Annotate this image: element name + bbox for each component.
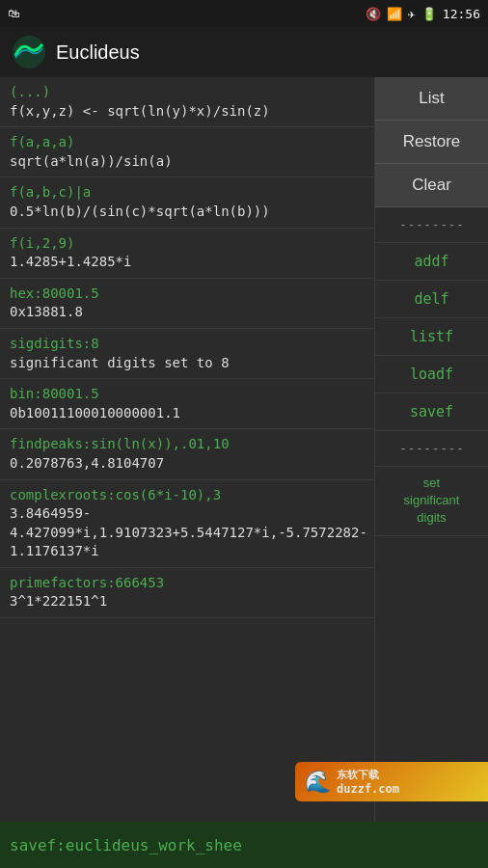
history-cmd: f(a,a,a) xyxy=(10,133,365,152)
history-cmd: hex:80001.5 xyxy=(10,285,365,304)
bottom-bar xyxy=(0,822,488,868)
wifi-icon: 📶 xyxy=(387,7,402,21)
history-panel[interactable]: (...) f(x,y,z) <- sqrt(ln(y)*x)/sin(z) f… xyxy=(0,77,374,822)
history-cmd: f(i,2,9) xyxy=(10,234,365,254)
history-result: 1.4285+1.4285*i xyxy=(10,253,365,272)
list-item: findpeaks:sin(ln(x)),.01,10 0.2078763,4.… xyxy=(0,429,374,479)
history-result: 3.8464959-4.427099*i,1.9107323+5.5447127… xyxy=(10,504,365,561)
list-item: hex:80001.5 0x13881.8 xyxy=(0,279,374,329)
addf-button[interactable]: addf xyxy=(375,243,488,281)
status-bar: 🛍 🔇 📶 ✈ 🔋 12:56 xyxy=(0,0,488,27)
sidebar-divider-1: -------- xyxy=(375,207,488,243)
sidebar: List Restore Clear -------- addf delf li… xyxy=(374,77,488,822)
history-cmd: sigdigits:8 xyxy=(10,335,365,354)
airplane-icon: ✈ xyxy=(408,7,416,21)
history-cmd: findpeaks:sin(ln(x)),.01,10 xyxy=(10,435,365,454)
history-cmd: f(a,b,c)|a xyxy=(10,183,365,203)
mute-icon: 🔇 xyxy=(366,7,381,21)
command-input[interactable] xyxy=(10,836,478,854)
clear-button[interactable]: Clear xyxy=(375,164,488,207)
history-result: 0.5*ln(b)/(sin(c)*sqrt(a*ln(b))) xyxy=(10,203,365,222)
sidebar-divider-2: -------- xyxy=(375,431,488,467)
list-item: bin:80001.5 0b10011100010000001.1 xyxy=(0,379,374,429)
status-bar-right: 🔇 📶 ✈ 🔋 12:56 xyxy=(366,7,480,21)
status-bar-left: 🛍 xyxy=(8,7,19,20)
header: Euclideus xyxy=(0,27,488,77)
app-logo xyxy=(12,35,46,69)
history-result: f(x,y,z) <- sqrt(ln(y)*x)/sin(z) xyxy=(10,102,365,122)
list-item: sigdigits:8 significant digits set to 8 xyxy=(0,329,374,379)
list-item: f(a,a,a) sqrt(a*ln(a))/sin(a) xyxy=(0,127,374,177)
battery-icon: 🔋 xyxy=(421,7,437,21)
history-cmd: primefactors:666453 xyxy=(10,574,365,593)
history-result: sqrt(a*ln(a))/sin(a) xyxy=(10,152,365,172)
history-cmd: bin:80001.5 xyxy=(10,385,365,404)
history-result: 0b10011100010000001.1 xyxy=(10,404,365,423)
list-item: primefactors:666453 3^1*222151^1 xyxy=(0,568,374,618)
list-button[interactable]: List xyxy=(375,77,488,121)
app-title: Euclideus xyxy=(56,41,140,64)
list-item: f(i,2,9) 1.4285+1.4285*i xyxy=(0,229,374,279)
history-result: significant digits set to 8 xyxy=(10,354,365,373)
history-cmd: complexroots:cos(6*i-10),3 xyxy=(10,486,365,505)
list-item: f(a,b,c)|a 0.5*ln(b)/(sin(c)*sqrt(a*ln(b… xyxy=(0,177,374,228)
set-significant-digits[interactable]: setsignificantdigits xyxy=(375,467,488,536)
app-icon: 🛍 xyxy=(8,7,19,20)
list-item: (...) f(x,y,z) <- sqrt(ln(y)*x)/sin(z) xyxy=(0,77,374,127)
history-result: 3^1*222151^1 xyxy=(10,592,365,611)
main-container: (...) f(x,y,z) <- sqrt(ln(y)*x)/sin(z) f… xyxy=(0,77,488,822)
clock: 12:56 xyxy=(443,7,480,21)
history-result: 0x13881.8 xyxy=(10,303,365,322)
list-item: complexroots:cos(6*i-10),3 3.8464959-4.4… xyxy=(0,480,374,568)
history-cmd: (...) xyxy=(10,83,365,102)
delf-button[interactable]: delf xyxy=(375,281,488,318)
savef-button[interactable]: savef xyxy=(375,393,488,431)
loadf-button[interactable]: loadf xyxy=(375,356,488,393)
restore-button[interactable]: Restore xyxy=(375,121,488,164)
listf-button[interactable]: listf xyxy=(375,318,488,356)
history-result: 0.2078763,4.8104707 xyxy=(10,454,365,474)
